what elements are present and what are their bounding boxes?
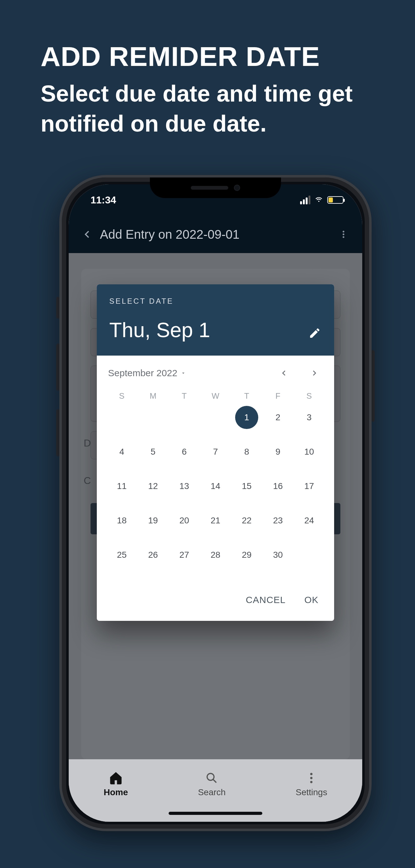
more-options-button[interactable] xyxy=(334,225,353,244)
next-month-button[interactable] xyxy=(306,364,323,382)
calendar-day[interactable]: 10 xyxy=(297,440,321,463)
weekday-label: W xyxy=(200,385,231,406)
calendar-day[interactable]: 9 xyxy=(266,440,289,463)
calendar-day[interactable]: 16 xyxy=(266,475,289,498)
bottom-nav: Home Search Settings xyxy=(69,759,362,822)
calendar-day[interactable]: 28 xyxy=(204,544,227,566)
weekday-label: T xyxy=(231,385,262,406)
phone-screen: 11:34 Add Entry on 2022-09-01 Name A xyxy=(69,184,362,822)
month-nav: September 2022 xyxy=(97,355,334,385)
home-indicator xyxy=(169,812,262,815)
calendar-day[interactable]: 13 xyxy=(173,475,196,498)
ok-button[interactable]: OK xyxy=(305,595,319,605)
back-button[interactable] xyxy=(78,225,97,244)
calendar-day[interactable]: 25 xyxy=(110,544,133,566)
calendar-day[interactable]: 15 xyxy=(235,475,258,498)
calendar-day[interactable]: 24 xyxy=(297,509,321,532)
calendar-day[interactable]: 3 xyxy=(297,406,321,429)
wifi-icon xyxy=(314,194,323,206)
nav-home-label: Home xyxy=(104,787,128,797)
calendar-day[interactable]: 26 xyxy=(141,544,165,566)
calendar-day[interactable]: 5 xyxy=(141,440,165,463)
calendar-day[interactable]: 17 xyxy=(297,475,321,498)
weekday-row: SMTWTFS xyxy=(97,385,334,406)
marketing-subtitle: Select due date and time get notified on… xyxy=(41,79,390,139)
nav-home[interactable]: Home xyxy=(104,771,128,797)
page-title: Add Entry on 2022-09-01 xyxy=(100,227,240,242)
cellular-icon xyxy=(300,195,310,204)
calendar-day[interactable]: 23 xyxy=(266,509,289,532)
phone-frame: 11:34 Add Entry on 2022-09-01 Name A xyxy=(59,175,372,831)
calendar-day[interactable]: 7 xyxy=(204,440,227,463)
weekday-label: F xyxy=(262,385,293,406)
content-area: Name A D 2 C SELECT DATE Thu, Sep 1 xyxy=(69,253,362,822)
svg-point-7 xyxy=(310,781,313,783)
nav-settings[interactable]: Settings xyxy=(296,771,327,797)
weekday-label: T xyxy=(169,385,200,406)
svg-point-0 xyxy=(343,231,344,233)
nav-search-label: Search xyxy=(198,787,226,797)
status-time: 11:34 xyxy=(91,194,116,206)
cancel-button[interactable]: CANCEL xyxy=(246,595,286,605)
svg-line-4 xyxy=(213,780,216,783)
svg-point-6 xyxy=(310,777,313,779)
svg-point-5 xyxy=(310,773,313,775)
calendar-day[interactable]: 21 xyxy=(204,509,227,532)
prev-month-button[interactable] xyxy=(276,364,293,382)
calendar-day[interactable]: 14 xyxy=(204,475,227,498)
calendar-day[interactable]: 22 xyxy=(235,509,258,532)
calendar-day[interactable]: 19 xyxy=(141,509,165,532)
calendar-day[interactable]: 1 xyxy=(235,406,258,429)
battery-icon xyxy=(327,196,344,204)
calendar-day[interactable]: 20 xyxy=(173,509,196,532)
front-camera xyxy=(234,185,240,191)
marketing-headline: ADD REMIDER DATE Select due date and tim… xyxy=(41,41,390,139)
calendar-day[interactable]: 11 xyxy=(110,475,133,498)
calendar-day[interactable]: 12 xyxy=(141,475,165,498)
weekday-label: S xyxy=(293,385,325,406)
svg-point-3 xyxy=(208,773,214,780)
calendar-day[interactable]: 6 xyxy=(173,440,196,463)
speaker-slot xyxy=(191,186,228,190)
dialog-actions: CANCEL OK xyxy=(97,576,334,621)
month-label: September 2022 xyxy=(108,368,178,378)
svg-point-2 xyxy=(343,236,344,238)
marketing-title: ADD REMIDER DATE xyxy=(41,41,390,72)
calendar-day[interactable]: 18 xyxy=(110,509,133,532)
edit-date-button[interactable] xyxy=(309,327,323,342)
calendar-day[interactable]: 8 xyxy=(235,440,258,463)
kebab-icon xyxy=(305,771,318,785)
date-picker-header: SELECT DATE Thu, Sep 1 xyxy=(97,284,334,355)
calendar-day[interactable]: 29 xyxy=(235,544,258,566)
date-picker-selected-date: Thu, Sep 1 xyxy=(109,318,322,342)
home-icon xyxy=(109,771,123,785)
search-icon xyxy=(205,771,219,785)
calendar-day[interactable]: 27 xyxy=(173,544,196,566)
svg-point-1 xyxy=(343,234,344,235)
calendar-day[interactable]: 2 xyxy=(266,406,289,429)
month-select-button[interactable]: September 2022 xyxy=(108,368,186,378)
nav-search[interactable]: Search xyxy=(198,771,226,797)
app-header: Add Entry on 2022-09-01 xyxy=(69,216,362,253)
calendar-grid: 1234567891011121314151617181920212223242… xyxy=(97,406,334,576)
calendar-day[interactable]: 30 xyxy=(266,544,289,566)
date-picker-supertitle: SELECT DATE xyxy=(109,297,322,306)
date-picker-dialog: SELECT DATE Thu, Sep 1 September 2022 xyxy=(97,284,334,621)
calendar-day[interactable]: 4 xyxy=(110,440,133,463)
phone-notch xyxy=(150,178,281,198)
nav-settings-label: Settings xyxy=(296,787,327,797)
chevron-down-icon xyxy=(181,370,186,376)
weekday-label: S xyxy=(106,385,137,406)
weekday-label: M xyxy=(137,385,169,406)
